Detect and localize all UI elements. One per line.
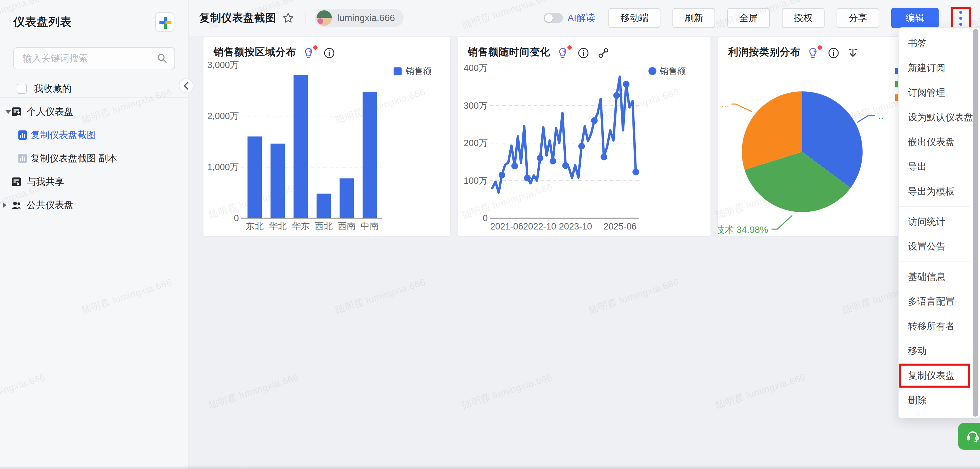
svg-text:2023-10: 2023-10 <box>559 221 592 232</box>
toolbar-button[interactable]: 分享 <box>837 8 879 28</box>
app-window: 仪表盘列表 输入关键词搜索 我收藏的 <box>0 0 980 469</box>
more-options-menu: 书签新建订阅订阅管理设为默认仪表盘嵌出仪表盘导出导出为模板访问统计设置公告基础信… <box>898 27 980 418</box>
caret-right-icon[interactable] <box>3 202 6 208</box>
sidebar-collapse-button[interactable] <box>179 78 194 93</box>
menu-divider <box>899 207 970 207</box>
svg-text:0: 0 <box>483 213 488 223</box>
menu-item[interactable]: 复制仪表盘 <box>899 363 970 388</box>
search-placeholder: 输入关键词搜索 <box>23 52 156 65</box>
tree-item-personal-dashboards[interactable]: 个人仪表盘 <box>0 100 188 123</box>
svg-text:销售额: 销售额 <box>405 66 432 76</box>
notification-dot <box>313 45 318 50</box>
menu-item[interactable]: 设置公告 <box>899 234 970 259</box>
bar-chart[interactable]: 01,000万2,000万3,000万东北华北华东西北西南中南销售额 <box>204 37 451 237</box>
menu-item[interactable]: 移动 <box>899 339 970 363</box>
favorite-star-icon[interactable] <box>282 12 294 24</box>
svg-text:2022-10: 2022-10 <box>523 221 556 232</box>
svg-text:400万: 400万 <box>464 63 488 73</box>
ai-insight-icon[interactable] <box>304 45 316 59</box>
svg-text:1,000万: 1,000万 <box>207 162 239 172</box>
bar-chart-card: 销售额按区域分布 01,000万2, <box>203 37 451 237</box>
topbar-divider <box>305 11 306 25</box>
info-icon[interactable] <box>323 45 336 59</box>
svg-text:..: .. <box>878 111 884 121</box>
tree-item-dashboard-copy-screenshot[interactable]: 复制仪表盘截图 <box>0 123 188 147</box>
linkage-icon[interactable] <box>598 45 611 59</box>
shared-dashboard-icon <box>11 177 21 187</box>
svg-text:200万: 200万 <box>464 138 488 148</box>
svg-text:西北: 西北 <box>315 221 333 231</box>
drill-icon[interactable] <box>848 45 861 59</box>
pie-chart-title: 利润按类别分布 <box>728 45 800 59</box>
favorites-filter[interactable]: 我收藏的 <box>17 83 72 95</box>
sidebar-divider <box>0 97 188 98</box>
svg-text:华东: 华东 <box>292 221 310 231</box>
svg-text:东北: 东北 <box>246 221 264 231</box>
ai-insight-icon[interactable] <box>558 45 570 59</box>
headset-icon <box>966 430 980 443</box>
dashboard-tree: 个人仪表盘 复制仪表盘截图 复制仪表盘截图 副本 <box>0 100 188 217</box>
menu-item[interactable]: 转移所有者 <box>899 314 970 339</box>
menu-item[interactable]: 新建订阅 <box>899 56 970 80</box>
ai-interpret-label: AI解读 <box>568 12 595 24</box>
search-input[interactable]: 输入关键词搜索 <box>13 48 175 69</box>
toolbar-button[interactable]: 授权 <box>782 8 824 28</box>
svg-text:2025-06: 2025-06 <box>603 221 636 232</box>
menu-item[interactable]: 书签 <box>899 31 970 56</box>
edit-button[interactable]: 编辑 <box>891 8 939 29</box>
caret-down-icon[interactable] <box>5 110 11 114</box>
owner-name: lumingxia.666 <box>337 13 395 23</box>
notification-dot <box>818 45 822 50</box>
tree-item-dashboard-copy-screenshot-duplicate[interactable]: 复制仪表盘截图 副本 <box>0 147 188 170</box>
info-icon[interactable] <box>828 45 841 59</box>
notification-dot <box>567 45 572 50</box>
menu-scrollbar[interactable] <box>973 29 978 417</box>
line-chart[interactable]: 0100万200万300万400万2021-062022-102023-1020… <box>458 37 711 237</box>
more-menu-button[interactable] <box>951 7 970 29</box>
menu-item[interactable]: 访问统计 <box>899 210 970 234</box>
kebab-icon <box>959 9 963 27</box>
line-chart-card: 销售额随时间变化 <box>457 37 711 237</box>
svg-text:2,000万: 2,000万 <box>207 111 239 121</box>
menu-item[interactable]: 嵌出仪表盘 <box>899 130 970 154</box>
bar-chart-title: 销售额按区域分布 <box>213 45 296 59</box>
toolbar-button[interactable]: 移动端 <box>608 8 660 28</box>
chart-file-icon <box>18 130 27 140</box>
svg-text:中南: 中南 <box>361 221 379 231</box>
chevron-left-icon <box>183 81 189 90</box>
info-icon[interactable] <box>578 45 590 59</box>
ai-insight-icon[interactable] <box>808 45 821 59</box>
ai-interpret-toggle[interactable] <box>544 13 563 23</box>
menu-item[interactable]: 订阅管理 <box>899 80 970 105</box>
public-dashboard-icon <box>11 200 21 210</box>
page-title: 复制仪表盘截图 <box>199 11 276 25</box>
svg-text:100万: 100万 <box>464 176 488 186</box>
svg-text:...: ... <box>721 99 729 110</box>
sidebar: 仪表盘列表 输入关键词搜索 我收藏的 <box>0 0 188 469</box>
svg-text:3,000万: 3,000万 <box>207 60 239 70</box>
favorites-label: 我收藏的 <box>34 83 72 95</box>
toolbar-button[interactable]: 全屏 <box>727 8 770 28</box>
menu-item[interactable]: 导出 <box>899 154 970 179</box>
chart-file-icon <box>18 153 27 164</box>
tree-item-shared-with-me[interactable]: 与我共享 <box>0 170 188 194</box>
line-chart-title: 销售额随时间变化 <box>468 45 550 59</box>
svg-text:2021-06: 2021-06 <box>490 221 523 232</box>
sidebar-title: 仪表盘列表 <box>13 14 72 30</box>
svg-text:西南: 西南 <box>338 221 356 231</box>
svg-text:技术 34.98%: 技术 34.98% <box>718 224 768 235</box>
add-dashboard-button[interactable] <box>155 12 175 32</box>
favorites-checkbox[interactable] <box>17 84 27 94</box>
toolbar-button[interactable]: 刷新 <box>673 8 715 28</box>
svg-text:300万: 300万 <box>464 101 488 111</box>
search-icon <box>156 53 168 64</box>
menu-item[interactable]: 多语言配置 <box>899 289 970 314</box>
owner-chip[interactable]: lumingxia.666 <box>315 9 404 27</box>
svg-text:销售额: 销售额 <box>659 66 686 76</box>
menu-item[interactable]: 基础信息 <box>899 264 970 289</box>
menu-item[interactable]: 设为默认仪表盘 <box>899 105 970 130</box>
tree-item-public-dashboards[interactable]: 公共仪表盘 <box>0 194 188 217</box>
menu-item[interactable]: 导出为模板 <box>899 179 970 204</box>
help-support-button[interactable] <box>958 423 980 450</box>
menu-item[interactable]: 删除 <box>899 388 970 413</box>
